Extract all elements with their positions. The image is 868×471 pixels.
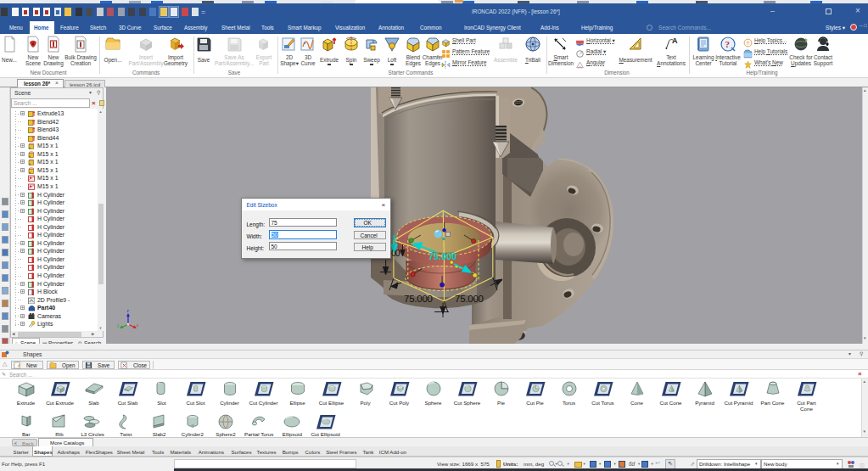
svg-text:?: ? [725, 39, 731, 49]
svg-text:75.000: 75.000 [404, 294, 433, 304]
svg-text:A: A [672, 36, 678, 45]
svg-text:75.000: 75.000 [428, 251, 456, 261]
svg-text:75.000: 75.000 [455, 294, 484, 304]
